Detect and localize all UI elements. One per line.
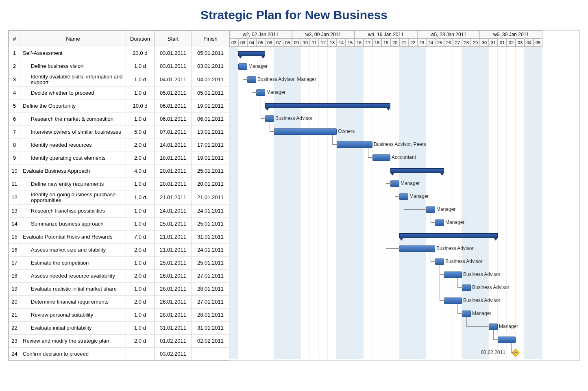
task-number: 3 bbox=[9, 73, 20, 87]
task-row[interactable]: 22 Evaluate initial profitability 1,0 d … bbox=[9, 321, 229, 335]
task-duration: 2,0 d bbox=[126, 295, 155, 308]
task-finish: 05.01.2011 bbox=[192, 47, 229, 60]
chart-row: Business Advisor, Peers bbox=[229, 138, 579, 151]
task-name: Evaluate Potential Risks and Rewards bbox=[20, 230, 126, 243]
task-name: Evaluate initial profitability bbox=[20, 321, 126, 335]
task-name: Define new entity requirements bbox=[20, 178, 126, 191]
task-row[interactable]: 15 Evaluate Potential Risks and Rewards … bbox=[9, 230, 229, 243]
task-finish: 19.01.2011 bbox=[192, 152, 229, 165]
task-bar[interactable]: Manager bbox=[238, 63, 247, 70]
task-number: 19 bbox=[9, 282, 20, 295]
resource-label: Manager bbox=[436, 206, 455, 212]
task-finish: 28.01.2011 bbox=[192, 308, 229, 321]
day-header-cell: 26 bbox=[444, 39, 453, 47]
summary-bar[interactable] bbox=[238, 51, 265, 56]
task-bar[interactable]: Business Advisor, Peers bbox=[337, 141, 372, 148]
task-number: 16 bbox=[9, 243, 20, 256]
dependency-arrow bbox=[270, 122, 274, 132]
task-finish: 24.01.2011 bbox=[192, 204, 229, 217]
task-finish: 25.01.2011 bbox=[192, 217, 229, 230]
task-row[interactable]: 7 Interview owners of similar businesses… bbox=[9, 126, 229, 139]
task-row[interactable]: 4 Decide whether to proceed 1,0 d 05.01.… bbox=[9, 87, 229, 100]
task-duration: 1,0 d bbox=[126, 204, 155, 217]
task-row[interactable]: 21 Review personal suitability 1,0 d 28.… bbox=[9, 308, 229, 321]
resource-label: Business Advisor bbox=[463, 272, 500, 277]
task-duration: 1,0 d bbox=[126, 217, 155, 230]
task-finish: 28.01.2011 bbox=[192, 282, 229, 295]
week-header-cell: w6, 30 Jan 2011 bbox=[480, 30, 542, 39]
col-header-name[interactable]: Name bbox=[20, 31, 126, 47]
task-name: Decide whether to proceed bbox=[20, 87, 126, 100]
task-row[interactable]: 13 Research franchise possibilities 1,0 … bbox=[9, 204, 229, 217]
task-duration: 2,0 d bbox=[126, 335, 155, 348]
task-row[interactable]: 1 Self-Assessment 23,0 d 03.01.2011 05.0… bbox=[9, 47, 229, 60]
task-row[interactable]: 2 Define business vision 1,0 d 03.01.201… bbox=[9, 60, 229, 73]
task-finish: 13.01.2011 bbox=[192, 126, 229, 139]
task-row[interactable]: 12 Identify on-going business purchase o… bbox=[9, 191, 229, 204]
chart-body: ManagerBusiness Advisor, ManagerManagerB… bbox=[229, 47, 579, 359]
task-duration: 5,0 d bbox=[126, 126, 155, 139]
task-duration: 2,0 d bbox=[126, 243, 155, 256]
task-bar[interactable]: Business Advisor bbox=[399, 245, 435, 252]
dependency-arrow bbox=[440, 265, 444, 301]
task-number: 8 bbox=[9, 139, 20, 152]
task-duration: 1,0 d bbox=[126, 73, 155, 87]
task-row[interactable]: 6 Research the market & competition 1,0 … bbox=[9, 113, 229, 126]
task-finish: 24.01.2011 bbox=[192, 243, 229, 256]
dependency-arrow bbox=[466, 317, 489, 327]
task-start: 18.01.2011 bbox=[155, 152, 192, 165]
task-start: 31.01.2011 bbox=[155, 321, 192, 335]
task-bar[interactable]: Business Advisor bbox=[444, 298, 462, 304]
task-finish: 19.01.2011 bbox=[192, 100, 229, 113]
task-start: 20.01.2011 bbox=[155, 178, 192, 191]
task-row[interactable]: 17 Estimate the competition 1,0 d 25.01.… bbox=[9, 256, 229, 269]
task-name: Assess market size and stability bbox=[20, 243, 126, 256]
col-header-finish[interactable]: Finish bbox=[192, 31, 229, 47]
day-header-cell: 25 bbox=[435, 39, 444, 47]
chart-row: Manager bbox=[229, 60, 579, 73]
summary-bar[interactable] bbox=[265, 103, 390, 108]
task-name: Assess needed resource availability bbox=[20, 269, 126, 282]
task-row[interactable]: 20 Determine financial requirements 2,0 … bbox=[9, 295, 229, 308]
task-duration: 2,0 d bbox=[126, 139, 155, 152]
task-name: Review personal suitability bbox=[20, 308, 126, 321]
dependency-arrow bbox=[243, 70, 247, 80]
task-bar[interactable]: Business Advisor bbox=[444, 272, 462, 278]
task-duration: 7,0 d bbox=[126, 230, 155, 243]
task-row[interactable]: 19 Evaluate realistic initial market sha… bbox=[9, 282, 229, 295]
task-bar[interactable]: Owners bbox=[274, 128, 337, 135]
task-number: 12 bbox=[9, 191, 20, 204]
task-bar[interactable] bbox=[498, 337, 516, 343]
day-header-cell: 17 bbox=[364, 39, 372, 47]
col-header-number[interactable]: # bbox=[9, 31, 20, 47]
task-duration: 1,0 d bbox=[126, 191, 155, 204]
dependency-arrow bbox=[404, 200, 426, 210]
task-row[interactable]: 10 Evaluate Business Approach 4,0 d 20.0… bbox=[9, 165, 229, 178]
day-header-cell: 19 bbox=[381, 39, 390, 47]
task-number: 20 bbox=[9, 295, 20, 308]
dependency-arrow bbox=[493, 330, 498, 340]
resource-label: Manager bbox=[266, 89, 285, 95]
task-row[interactable]: 11 Define new entity requirements 1,0 d … bbox=[9, 178, 229, 191]
task-name: Evaluate Business Approach bbox=[20, 165, 126, 178]
task-row[interactable]: 18 Assess needed resource availability 2… bbox=[9, 269, 229, 282]
task-bar[interactable]: Accountant bbox=[372, 154, 390, 161]
col-header-start[interactable]: Start bbox=[155, 31, 192, 47]
timeline-header: w2, 02 Jan 2011w3, 09 Jan 2011w4, 16 Jan… bbox=[229, 30, 579, 47]
col-header-duration[interactable]: Duration bbox=[126, 31, 155, 47]
task-finish bbox=[192, 348, 229, 361]
task-row[interactable]: 5 Define the Opportunity 10,0 d 06.01.20… bbox=[9, 100, 229, 113]
task-row[interactable]: 14 Summarize business approach 1,0 d 25.… bbox=[9, 217, 229, 230]
summary-bar[interactable] bbox=[399, 233, 498, 238]
day-header-cell: 29 bbox=[471, 39, 480, 47]
task-row[interactable]: 8 Identify needed resources 2,0 d 14.01.… bbox=[9, 139, 229, 152]
task-row[interactable]: 24 Confirm decision to proceed 03.02.201… bbox=[9, 348, 229, 361]
task-row[interactable]: 16 Assess market size and stability 2,0 … bbox=[9, 243, 229, 256]
task-row[interactable]: 3 Identify available skills, information… bbox=[9, 73, 229, 87]
task-number: 11 bbox=[9, 178, 20, 191]
task-row[interactable]: 9 Identify operating cost elements 2,0 d… bbox=[9, 152, 229, 165]
day-header-cell: 12 bbox=[319, 39, 328, 47]
task-duration: 2,0 d bbox=[126, 269, 155, 282]
task-name: Identify available skills, information a… bbox=[20, 73, 126, 87]
task-row[interactable]: 23 Review and modify the strategic plan … bbox=[9, 335, 229, 348]
